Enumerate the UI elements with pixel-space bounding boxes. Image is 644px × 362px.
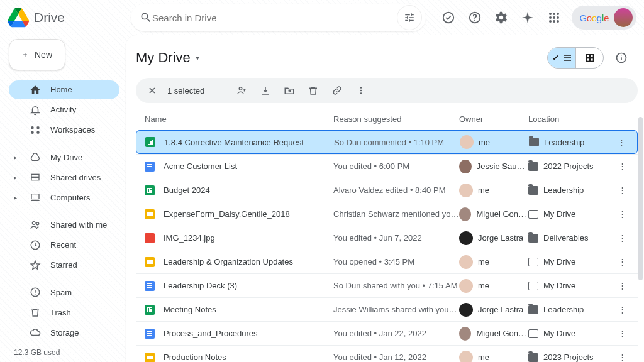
col-location[interactable]: Location	[528, 114, 613, 124]
owner-name: me	[478, 353, 489, 362]
owner-avatar	[459, 184, 473, 197]
file-name: Leadership & Organization Updates	[164, 257, 293, 266]
sidebar-item-mydrive[interactable]: ▸My Drive	[9, 148, 119, 167]
owner-name: me	[478, 185, 489, 195]
file-name: Budget 2024	[164, 185, 210, 195]
col-name[interactable]: Name	[145, 114, 333, 124]
list-view-button[interactable]	[548, 48, 575, 68]
shared-drives-icon	[30, 172, 40, 182]
computer-icon	[30, 192, 40, 202]
row-more-button[interactable]: ⋮	[612, 138, 631, 147]
folder-title[interactable]: My Drive▾	[136, 50, 199, 66]
row-more-button[interactable]: ⋮	[613, 329, 631, 338]
ready-offline-button[interactable]	[436, 5, 461, 30]
grid-view-button[interactable]	[575, 48, 603, 68]
apps-button[interactable]	[541, 5, 567, 30]
close-icon	[147, 85, 157, 96]
moveto-button[interactable]	[279, 80, 300, 101]
svg-rect-26	[590, 58, 593, 62]
brand[interactable]: Drive	[8, 7, 126, 28]
account-switcher[interactable]: Google	[572, 6, 636, 30]
row-more-button[interactable]: ⋮	[613, 209, 631, 219]
folder-icon	[528, 234, 538, 243]
people-icon	[30, 219, 41, 231]
sidebar-item-shared[interactable]: Shared with me	[9, 216, 119, 234]
getlink-button[interactable]	[326, 80, 348, 101]
details-button[interactable]	[609, 45, 634, 70]
svg-rect-18	[31, 194, 39, 199]
sparkle-icon	[521, 11, 535, 25]
clear-selection-button[interactable]	[142, 80, 162, 101]
col-owner[interactable]: Owner	[459, 114, 528, 124]
svg-point-28	[240, 87, 243, 90]
file-name: 1.8.4 Corrective Maintenance Request	[164, 138, 304, 147]
row-more-button[interactable]: ⋮	[613, 162, 631, 171]
sidebar-item-trash[interactable]: Trash	[9, 303, 119, 322]
svg-rect-17	[31, 178, 39, 180]
search-input[interactable]	[152, 13, 397, 23]
file-name: Production Notes	[164, 353, 226, 362]
header-tools: Google	[436, 5, 636, 30]
gemini-button[interactable]	[515, 5, 540, 30]
download-button[interactable]	[255, 80, 276, 101]
file-row[interactable]: Budget 2024Alvaro Valdez edited • 8:40 P…	[136, 178, 638, 202]
svg-rect-23	[586, 55, 589, 58]
grid-icon	[548, 12, 560, 23]
file-name: ExpenseForm_Daisy.Gentile_2018	[164, 209, 290, 219]
owner-name: me	[478, 257, 489, 266]
row-more-button[interactable]: ⋮	[613, 281, 631, 290]
settings-button[interactable]	[489, 5, 514, 30]
svg-point-2	[474, 20, 475, 21]
file-reason: You edited • Jan 22, 2022	[333, 329, 459, 338]
grid-view-icon	[585, 53, 595, 63]
search-options-button[interactable]	[397, 5, 422, 30]
scrollbar[interactable]	[638, 117, 643, 280]
file-row[interactable]: Leadership Deck (3)So Duri shared with y…	[136, 273, 638, 297]
folder-icon	[528, 186, 538, 195]
location-name: Leadership	[543, 185, 584, 195]
sidebar-item-home[interactable]: Home	[9, 80, 119, 99]
person-add-icon	[236, 85, 247, 96]
file-row[interactable]: Leadership & Organization UpdatesYou ope…	[136, 250, 638, 273]
column-headers: Name Reason suggested Owner Location	[136, 108, 638, 130]
more-actions-button[interactable]	[350, 80, 372, 101]
file-row[interactable]: 1.8.4 Corrective Maintenance RequestSo D…	[136, 130, 638, 154]
file-row[interactable]: Meeting NotesJessie Williams shared with…	[136, 297, 638, 321]
row-more-button[interactable]: ⋮	[613, 257, 631, 266]
location-name: 2023 Projects	[543, 353, 594, 362]
sidebar-item-spam[interactable]: Spam	[9, 283, 119, 302]
svg-point-10	[553, 20, 555, 23]
file-reason: Christian Schwarz mentioned you • …	[333, 209, 459, 219]
owner-avatar	[459, 231, 473, 245]
sidebar-item-workspaces[interactable]: Workspaces	[9, 121, 119, 140]
sidebar-item-activity[interactable]: Activity	[9, 101, 119, 119]
svg-point-9	[549, 20, 552, 23]
col-reason[interactable]: Reason suggested	[333, 114, 459, 124]
account-avatar	[614, 8, 633, 27]
row-more-button[interactable]: ⋮	[613, 185, 631, 195]
row-more-button[interactable]: ⋮	[613, 233, 631, 243]
sidebar-item-recent[interactable]: Recent	[9, 236, 119, 255]
row-more-button[interactable]: ⋮	[613, 305, 631, 314]
help-button[interactable]	[462, 5, 487, 30]
row-more-button[interactable]: ⋮	[613, 353, 631, 362]
file-reason: So Duri commented • 1:10 PM	[334, 138, 460, 147]
sidebar-item-storage[interactable]: Storage	[9, 323, 119, 342]
owner-name: Jorge Lastra	[478, 233, 523, 243]
search-bar[interactable]	[131, 4, 426, 31]
sidebar-item-computers[interactable]: ▸Computers	[9, 188, 119, 207]
file-row[interactable]: IMG_1234.jpgYou edited • Jun 7, 2022Jorg…	[136, 226, 638, 250]
owner-name: me	[478, 281, 489, 290]
file-row[interactable]: Acme Customer ListYou edited • 6:00 PMJe…	[136, 154, 638, 178]
sidebar-item-starred[interactable]: Starred	[9, 256, 119, 275]
drive-icon	[528, 329, 538, 338]
delete-button[interactable]	[303, 80, 324, 101]
share-button[interactable]	[231, 80, 252, 101]
file-row[interactable]: ExpenseForm_Daisy.Gentile_2018Christian …	[136, 202, 638, 226]
file-row[interactable]: Production NotesYou edited • Jan 12, 202…	[136, 345, 638, 362]
sidebar-item-shareddrives[interactable]: ▸Shared drives	[9, 168, 119, 187]
file-row[interactable]: Process_and_ProceduresYou edited • Jan 2…	[136, 321, 638, 345]
file-name: Meeting Notes	[164, 305, 216, 314]
caret-down-icon: ▾	[196, 53, 199, 62]
new-button[interactable]: New	[9, 39, 65, 70]
